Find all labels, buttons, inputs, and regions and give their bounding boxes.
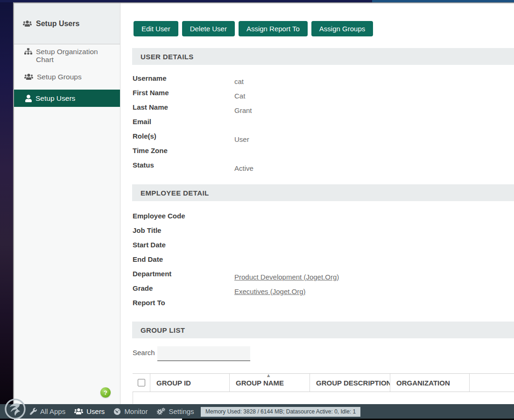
- screen: Setup Users Setup Organization Chart Set…: [0, 0, 514, 420]
- field-label: Grade: [133, 284, 153, 292]
- sidebar-item-setup-groups[interactable]: Setup Groups: [14, 72, 120, 82]
- group-list-header: GROUP LIST: [132, 322, 514, 338]
- org-chart-icon: [24, 48, 32, 55]
- field-label: Role(s): [133, 132, 156, 140]
- field-label: Username: [133, 74, 167, 82]
- nav-item-all-apps[interactable]: All Apps: [30, 407, 65, 415]
- field-row: Employee Code: [133, 212, 459, 226]
- assign-groups-button[interactable]: Assign Groups: [311, 21, 373, 36]
- nav-item-users[interactable]: Users: [74, 407, 105, 415]
- users-group-icon: [23, 20, 32, 27]
- field-label: Job Title: [133, 226, 161, 234]
- delete-user-button[interactable]: Delete User: [182, 21, 235, 36]
- sidebar: Setup Users Setup Organization Chart Set…: [14, 3, 120, 404]
- field-row: Report To: [133, 299, 459, 313]
- column-header-group-description[interactable]: GROUP DESCRIPTION: [310, 374, 390, 392]
- nav-item-label: Monitor: [124, 407, 148, 415]
- field-row: Email: [133, 118, 459, 132]
- field-row: Role(s) User: [133, 132, 459, 147]
- toolbar: Edit User Delete User Assign Report To A…: [134, 21, 373, 36]
- select-all-checkbox[interactable]: [138, 379, 145, 386]
- field-label: Email: [133, 118, 151, 126]
- field-row: First Name Cat: [133, 89, 459, 103]
- field-row: Department Product Development (Joget.Or…: [133, 270, 459, 284]
- nav-item-monitor[interactable]: Monitor: [113, 407, 148, 415]
- sidebar-header-label: Setup Users: [36, 20, 79, 28]
- field-value-first-name: Cat: [234, 92, 245, 100]
- field-label: Status: [133, 161, 154, 169]
- employee-detail-fields: Employee Code Job Title Start Date End D…: [133, 212, 459, 313]
- field-row: Username cat: [133, 74, 459, 89]
- assign-report-to-button[interactable]: Assign Report To: [239, 21, 308, 36]
- column-header-group-id[interactable]: GROUP ID: [150, 374, 230, 392]
- column-header-group-name[interactable]: GROUP NAME: [230, 374, 310, 392]
- memory-status-badge: Memory Used: 3828 / 6144 MB; Datasource …: [201, 407, 360, 417]
- help-button[interactable]: ?: [100, 387, 111, 398]
- user-details-fields: Username cat First Name Cat Last Name Gr…: [133, 74, 459, 175]
- column-header-empty: [470, 374, 514, 392]
- user-details-header: USER DETAILS: [132, 48, 514, 65]
- question-mark: ?: [104, 389, 107, 396]
- grade-link[interactable]: Executives (Joget.Org): [234, 287, 306, 295]
- field-value-last-name: Grant: [234, 106, 252, 114]
- sidebar-item-label: Setup Users: [35, 94, 75, 102]
- joget-logo[interactable]: [4, 398, 26, 420]
- nav-item-label: Users: [86, 407, 105, 415]
- field-value-status: Active: [234, 164, 253, 172]
- nav-item-label: Settings: [169, 407, 194, 415]
- bottom-nav: All Apps Users Monitor Settings: [30, 404, 194, 419]
- users-group-icon: [74, 408, 83, 415]
- edit-user-button[interactable]: Edit User: [134, 21, 178, 36]
- nav-item-label: All Apps: [40, 407, 65, 415]
- search-label: Search: [133, 349, 155, 357]
- field-label: Report To: [133, 299, 165, 307]
- sidebar-item-setup-organization-chart[interactable]: Setup Organization Chart: [14, 47, 120, 64]
- sidebar-item-setup-users[interactable]: Setup Users: [14, 90, 120, 107]
- gears-icon: [156, 407, 165, 415]
- group-search-input[interactable]: [157, 346, 250, 361]
- employee-detail-header: EMPLOYEE DETAIL: [132, 184, 514, 201]
- desktop-wallpaper: [0, 0, 14, 420]
- sidebar-item-label: Setup Groups: [37, 73, 82, 81]
- department-link[interactable]: Product Development (Joget.Org): [234, 273, 339, 281]
- field-value-roles: User: [234, 135, 249, 143]
- sidebar-header: Setup Users: [14, 3, 120, 44]
- field-label: End Date: [133, 255, 163, 263]
- field-row: Time Zone: [133, 147, 459, 161]
- section-title: USER DETAILS: [141, 53, 194, 61]
- field-value-username: cat: [234, 77, 244, 85]
- user-icon: [25, 95, 32, 102]
- section-title: EMPLOYEE DETAIL: [141, 189, 209, 197]
- column-header-organization[interactable]: ORGANIZATION: [390, 374, 470, 392]
- field-row: Status Active: [133, 161, 459, 175]
- table-body-edge: [133, 392, 133, 404]
- field-label: First Name: [133, 89, 169, 97]
- group-table-header: GROUP ID GROUP NAME GROUP DESCRIPTION OR…: [133, 373, 514, 392]
- sidebar-item-label: Setup Organization Chart: [36, 48, 110, 63]
- field-label: Last Name: [133, 103, 168, 111]
- gauge-icon: [113, 408, 121, 415]
- field-row: End Date: [133, 255, 459, 270]
- bottom-bar: All Apps Users Monitor Settings: [0, 404, 514, 419]
- select-all-cell: [133, 374, 150, 392]
- field-row: Last Name Grant: [133, 103, 459, 118]
- nav-item-settings[interactable]: Settings: [156, 407, 194, 415]
- wrench-icon: [30, 408, 37, 415]
- field-row: Start Date: [133, 241, 459, 255]
- field-label: Department: [133, 270, 171, 278]
- users-group-icon: [24, 73, 33, 80]
- field-label: Employee Code: [133, 212, 185, 220]
- field-label: Time Zone: [133, 147, 168, 154]
- section-title: GROUP LIST: [141, 326, 185, 334]
- field-row: Grade Executives (Joget.Org): [133, 284, 459, 299]
- field-row: Job Title: [133, 226, 459, 241]
- field-label: Start Date: [133, 241, 166, 249]
